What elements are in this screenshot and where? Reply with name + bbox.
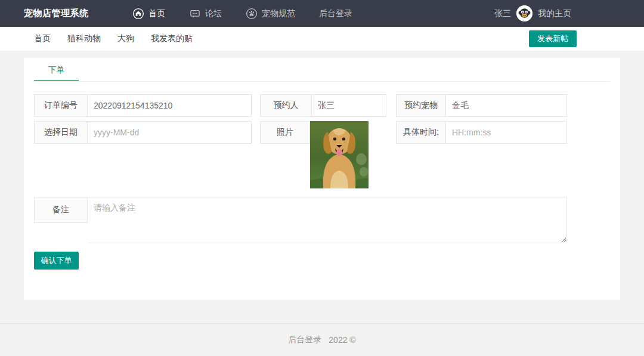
- topnav-item-label: 首页: [148, 8, 165, 19]
- top-nav-menu: 首页 论坛 宠物规范 后台登录: [132, 8, 376, 20]
- my-homepage-link[interactable]: 我的主页: [538, 8, 571, 19]
- field-order-no: 订单编号: [34, 94, 252, 117]
- date-input[interactable]: [88, 121, 252, 144]
- topnav-item-home[interactable]: 首页: [132, 8, 165, 20]
- user-avatar[interactable]: [516, 5, 532, 21]
- form-row-remark: 备注: [34, 197, 610, 243]
- field-reserver: 预约人: [260, 94, 386, 117]
- page-footer: 后台登录 2022 ©: [0, 323, 644, 356]
- topnav-item-forum[interactable]: 论坛: [189, 8, 222, 20]
- subnav-item-cats[interactable]: 猫科动物: [67, 33, 101, 44]
- new-post-button[interactable]: 发表新帖: [529, 30, 577, 47]
- remark-label: 备注: [34, 197, 88, 223]
- reserver-input[interactable]: [312, 94, 386, 117]
- topnav-item-pet-rules[interactable]: 宠物规范: [246, 8, 295, 20]
- tab-place-order[interactable]: 下单: [34, 58, 79, 81]
- order-no-input[interactable]: [88, 94, 252, 117]
- order-form: 订单编号 预约人 预约宠物 选择日期 照片: [24, 82, 620, 270]
- subnav-items: 首页 猫科动物 大狗 我发表的贴: [34, 33, 209, 44]
- field-date: 选择日期: [34, 121, 252, 144]
- subnav-item-my-posts[interactable]: 我发表的贴: [151, 33, 193, 44]
- date-label: 选择日期: [34, 121, 88, 144]
- main-area: 下单 订单编号 预约人 预约宠物: [0, 51, 644, 323]
- form-row-1: 订单编号 预约人 预约宠物: [34, 94, 610, 117]
- footer-admin-login-link[interactable]: 后台登录: [288, 335, 321, 345]
- topnav-item-label: 论坛: [205, 8, 222, 19]
- reserver-label: 预约人: [260, 94, 312, 117]
- tab-bar: 下单: [34, 58, 610, 82]
- home-icon: [132, 8, 144, 20]
- topnav-user-area: 张三 我的主页: [494, 5, 571, 21]
- time-label: 具体时间:: [396, 121, 446, 144]
- pet-label: 预约宠物: [396, 94, 446, 117]
- field-time: 具体时间:: [396, 121, 567, 144]
- top-navbar: 宠物店管理系统 首页 论坛 宠物规范 后台登录 张三 我的主页: [0, 0, 644, 27]
- sub-navbar: 首页 猫科动物 大狗 我发表的贴 发表新帖: [0, 27, 644, 51]
- pet-input[interactable]: [446, 94, 567, 117]
- order-no-label: 订单编号: [34, 94, 88, 117]
- photo-label: 照片: [260, 121, 310, 144]
- chat-icon: [189, 8, 201, 20]
- username: 张三: [494, 8, 511, 19]
- subnav-item-big-dogs[interactable]: 大狗: [117, 33, 134, 44]
- form-row-2: 选择日期 照片: [34, 121, 610, 188]
- topnav-item-label: 后台登录: [319, 8, 352, 19]
- topnav-item-admin-login[interactable]: 后台登录: [319, 8, 352, 19]
- subnav-item-home[interactable]: 首页: [34, 33, 51, 44]
- time-input[interactable]: [446, 121, 567, 144]
- footer-copyright: 2022 ©: [329, 335, 355, 345]
- field-pet: 预约宠物: [396, 94, 567, 117]
- remark-textarea[interactable]: [88, 197, 567, 243]
- app-title: 宠物店管理系统: [24, 8, 113, 19]
- pet-photo: [310, 121, 369, 188]
- order-card: 下单 订单编号 预约人 预约宠物: [24, 58, 620, 300]
- topnav-item-label: 宠物规范: [262, 8, 295, 19]
- field-photo: 照片: [260, 121, 386, 144]
- confirm-order-button[interactable]: 确认下单: [34, 252, 79, 270]
- paw-icon: [246, 8, 258, 20]
